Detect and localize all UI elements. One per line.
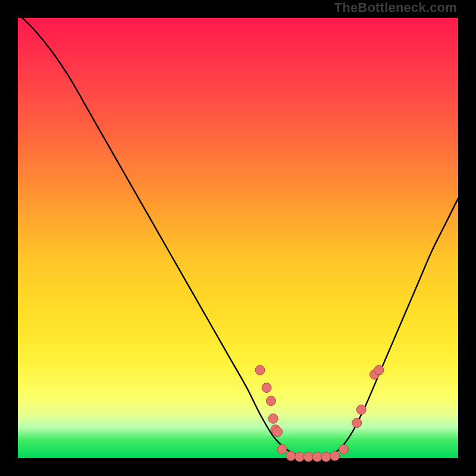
data-dot <box>267 396 276 406</box>
dots-group <box>255 365 384 462</box>
data-dot <box>273 427 283 437</box>
data-dot <box>356 405 366 415</box>
watermark-label: TheBottleneck.com <box>334 0 457 15</box>
data-dot <box>255 365 265 375</box>
data-dot <box>352 418 362 428</box>
data-dot <box>303 452 313 462</box>
data-dot <box>374 365 384 375</box>
chart-svg <box>18 18 458 458</box>
chart-stage: TheBottleneck.com <box>0 0 476 476</box>
data-dot <box>339 444 349 454</box>
data-dot <box>268 414 278 423</box>
data-dot <box>321 452 331 462</box>
data-dot <box>286 451 296 461</box>
data-dot <box>295 452 305 462</box>
chart-plot-area <box>18 18 458 458</box>
data-dot <box>330 451 340 461</box>
data-dot <box>277 444 287 454</box>
data-dot <box>312 452 322 462</box>
curve-path <box>22 18 458 458</box>
data-dot <box>262 383 271 393</box>
